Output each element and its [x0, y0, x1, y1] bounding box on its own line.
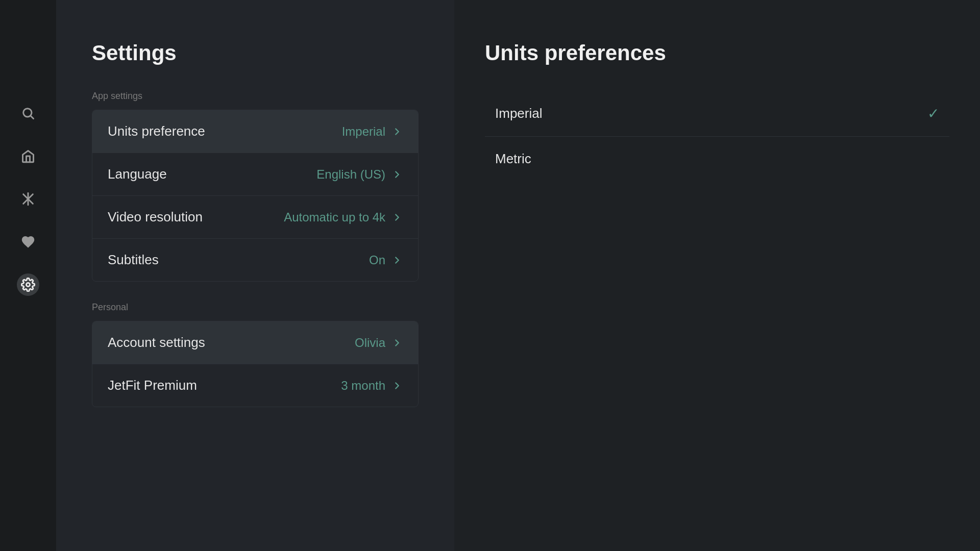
units-chevron-icon: [391, 126, 403, 137]
video-resolution-label: Video resolution: [108, 209, 203, 225]
jetfit-premium-value: 3 month: [341, 379, 385, 393]
app-settings-section: App settings Units preference Imperial L…: [92, 91, 419, 282]
imperial-option[interactable]: Imperial ✓: [485, 91, 949, 137]
subtitles-right: On: [369, 253, 403, 267]
right-panel: Units preferences Imperial ✓ Metric: [454, 0, 980, 551]
language-label: Language: [108, 166, 167, 182]
subtitles-label: Subtitles: [108, 252, 159, 268]
account-settings-right: Olivia: [355, 336, 403, 350]
metric-label: Metric: [495, 151, 531, 167]
units-options-list: Imperial ✓ Metric: [485, 91, 949, 181]
panel-title: Units preferences: [485, 41, 949, 65]
app-settings-list: Units preference Imperial Language Engli…: [92, 110, 419, 282]
app-settings-label: App settings: [92, 91, 419, 102]
imperial-check-icon: ✓: [927, 105, 939, 122]
jetfit-chevron-icon: [391, 380, 403, 391]
video-resolution-right: Automatic up to 4k: [284, 210, 403, 224]
units-preference-right: Imperial: [342, 124, 403, 139]
language-chevron-icon: [391, 169, 403, 180]
language-value: English (US): [316, 167, 385, 182]
jetfit-premium-item[interactable]: JetFit Premium 3 month: [92, 364, 418, 407]
video-resolution-value: Automatic up to 4k: [284, 210, 385, 224]
metric-option[interactable]: Metric: [485, 137, 949, 181]
imperial-label: Imperial: [495, 106, 542, 121]
sidebar-item-favorites[interactable]: [17, 231, 39, 253]
subtitles-item[interactable]: Subtitles On: [92, 239, 418, 281]
video-resolution-chevron-icon: [391, 212, 403, 223]
sidebar: [0, 0, 56, 551]
language-item[interactable]: Language English (US): [92, 153, 418, 196]
page-title: Settings: [92, 41, 419, 65]
personal-section: Personal Account settings Olivia JetFit …: [92, 302, 419, 407]
sidebar-item-settings[interactable]: [17, 273, 39, 296]
account-settings-value: Olivia: [355, 336, 385, 350]
personal-settings-list: Account settings Olivia JetFit Premium 3…: [92, 321, 419, 407]
jetfit-premium-label: JetFit Premium: [108, 378, 197, 393]
sidebar-item-search[interactable]: [17, 102, 39, 124]
video-resolution-item[interactable]: Video resolution Automatic up to 4k: [92, 196, 418, 239]
subtitles-chevron-icon: [391, 255, 403, 266]
units-preference-item[interactable]: Units preference Imperial: [92, 110, 418, 153]
units-preference-label: Units preference: [108, 123, 205, 139]
jetfit-premium-right: 3 month: [341, 379, 403, 393]
svg-line-1: [31, 116, 33, 118]
subtitles-value: On: [369, 253, 385, 267]
units-preference-value: Imperial: [342, 124, 385, 139]
sidebar-item-tools[interactable]: [17, 188, 39, 210]
settings-panel: Settings App settings Units preference I…: [56, 0, 454, 551]
language-right: English (US): [316, 167, 403, 182]
account-settings-item[interactable]: Account settings Olivia: [92, 321, 418, 364]
account-settings-label: Account settings: [108, 335, 205, 350]
svg-point-5: [27, 283, 30, 287]
personal-label: Personal: [92, 302, 419, 313]
sidebar-item-home[interactable]: [17, 145, 39, 167]
account-chevron-icon: [391, 337, 403, 348]
